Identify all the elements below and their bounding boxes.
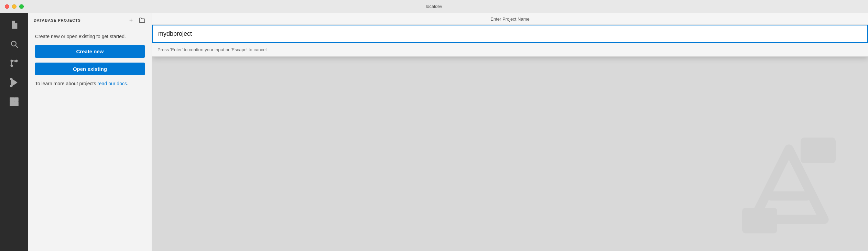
- command-palette-title: Enter Project Name: [152, 13, 868, 25]
- traffic-lights: [5, 4, 24, 9]
- docs-link[interactable]: read our docs: [97, 81, 127, 86]
- sidebar-description: Create new or open existing to get start…: [35, 33, 145, 40]
- sidebar-actions: +: [127, 16, 146, 24]
- search-icon[interactable]: [5, 35, 23, 53]
- sidebar-header: DATABASE PROJECTS +: [28, 13, 152, 28]
- svg-rect-7: [14, 98, 18, 101]
- minimize-button[interactable]: [12, 4, 17, 9]
- add-project-button[interactable]: +: [127, 16, 135, 24]
- create-new-button[interactable]: Create new: [35, 45, 145, 58]
- command-palette-overlay: Enter Project Name Press 'Enter' to conf…: [152, 13, 868, 251]
- project-name-input[interactable]: [152, 25, 868, 43]
- command-palette-hint: Press 'Enter' to confirm your input or '…: [152, 43, 868, 56]
- docs-link-text: To learn more about projects read our do…: [35, 80, 145, 87]
- main-content: Enter Project Name Press 'Enter' to conf…: [152, 13, 868, 251]
- extensions-icon[interactable]: [5, 93, 23, 111]
- sidebar: DATABASE PROJECTS + Create new or open e…: [28, 13, 152, 251]
- window-title: localdev: [426, 4, 442, 9]
- svg-rect-8: [10, 102, 13, 106]
- svg-rect-6: [10, 98, 13, 101]
- run-debug-icon[interactable]: [5, 74, 23, 91]
- svg-point-5: [11, 78, 12, 80]
- source-control-icon[interactable]: [5, 54, 23, 72]
- sidebar-content: Create new or open existing to get start…: [28, 28, 152, 93]
- svg-marker-3: [11, 79, 17, 86]
- maximize-button[interactable]: [19, 4, 24, 9]
- svg-rect-9: [14, 102, 18, 106]
- open-folder-button[interactable]: [138, 16, 146, 24]
- sidebar-title: DATABASE PROJECTS: [34, 18, 127, 22]
- command-palette: Enter Project Name Press 'Enter' to conf…: [152, 13, 868, 57]
- open-existing-button[interactable]: Open existing: [35, 63, 145, 75]
- files-icon[interactable]: [5, 16, 23, 34]
- svg-point-4: [11, 85, 12, 87]
- main-container: DATABASE PROJECTS + Create new or open e…: [0, 13, 868, 251]
- command-palette-input-row: [152, 25, 868, 43]
- activity-bar: [0, 13, 28, 251]
- close-button[interactable]: [5, 4, 9, 9]
- title-bar: localdev: [0, 0, 868, 13]
